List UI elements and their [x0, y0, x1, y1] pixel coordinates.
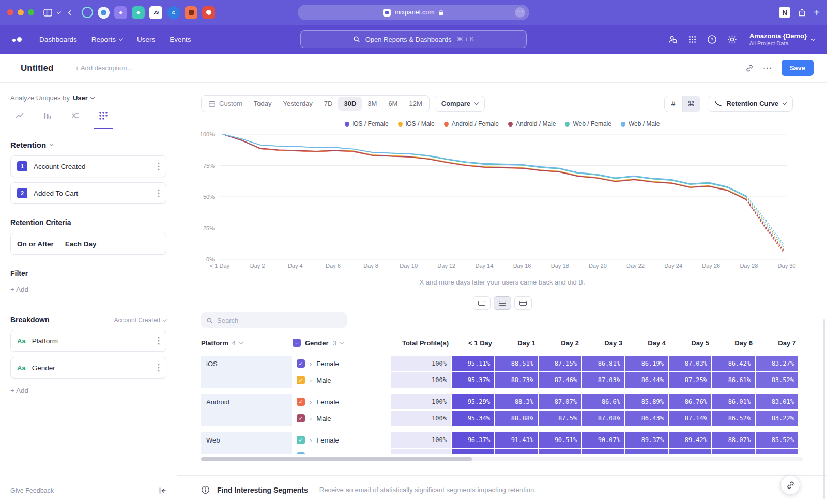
tab-funnels[interactable] — [38, 110, 57, 129]
chart-line-web-male[interactable] — [223, 134, 746, 196]
breakdown-card-platform[interactable]: Aa Platform — [10, 330, 166, 352]
range-button-12m[interactable]: 12M — [403, 97, 427, 111]
breakdown-scope-selector[interactable]: Account Created — [114, 317, 166, 324]
retention-value-cell[interactable]: 86.76% — [669, 394, 711, 410]
share-link-fab[interactable] — [780, 475, 800, 495]
retention-value-cell[interactable]: 83.27% — [756, 356, 798, 371]
breakdown-property-label[interactable]: Platform — [32, 337, 58, 345]
retention-value-cell[interactable]: 95.37% — [452, 372, 494, 388]
extension-icon[interactable]: ◆ — [132, 6, 145, 19]
extension-icon[interactable]: JS — [149, 6, 162, 19]
range-button-3m[interactable]: 3M — [362, 97, 382, 111]
chart-type-dropdown[interactable]: Retention Curve — [708, 96, 793, 112]
nav-item-events[interactable]: Events — [170, 36, 191, 43]
tab-retention[interactable] — [94, 110, 113, 129]
gender-cell[interactable]: ✓›Male — [293, 449, 391, 454]
retention-value-cell[interactable]: 86.6% — [582, 394, 624, 410]
retention-value-cell[interactable]: 90.21% — [582, 449, 624, 454]
retention-value-cell[interactable]: 87.07% — [539, 394, 581, 410]
apps-grid-icon[interactable] — [688, 35, 697, 44]
day-column-header[interactable]: Day 1 — [497, 339, 540, 347]
kebab-menu-icon[interactable] — [158, 337, 160, 345]
extension-icon[interactable]: c — [167, 6, 180, 19]
horizontal-scrollbar[interactable] — [201, 457, 803, 461]
total-profiles-cell[interactable]: 100% — [391, 372, 451, 388]
command-toggle[interactable]: ⌘ — [682, 96, 700, 112]
day-column-header[interactable]: Day 6 — [714, 339, 757, 347]
account-switcher[interactable]: Amazonia {Demo} All Project Data — [749, 32, 815, 46]
retention-value-cell[interactable]: 88.51% — [495, 356, 538, 371]
retention-value-cell[interactable]: 95.29% — [452, 394, 494, 410]
extension-icon[interactable] — [82, 7, 93, 18]
legend-item-web-male[interactable]: Web / Male — [621, 120, 660, 128]
retention-value-cell[interactable]: 87.03% — [669, 356, 711, 371]
scrollbar-thumb[interactable] — [201, 457, 472, 461]
range-button-custom[interactable]: Custom — [203, 97, 248, 111]
collapse-sidebar-icon[interactable] — [158, 486, 166, 495]
platform-cell[interactable]: Android — [201, 394, 292, 426]
help-icon[interactable]: ? — [707, 35, 717, 44]
select-all-checkbox[interactable]: – — [293, 339, 301, 347]
chart-plot-area[interactable] — [220, 133, 787, 261]
browser-sidebar-icon[interactable] — [43, 9, 52, 17]
retention-value-cell[interactable]: 89.45% — [625, 449, 668, 454]
minimize-window-button[interactable] — [18, 9, 24, 15]
analyze-uniques-row[interactable]: Analyze Uniques by User — [10, 94, 166, 102]
kebab-menu-icon[interactable] — [158, 364, 160, 372]
chart-line-ios-male[interactable] — [223, 134, 746, 199]
retention-value-cell[interactable]: 83.01% — [756, 394, 798, 410]
copy-link-icon[interactable] — [745, 64, 754, 72]
day-column-header[interactable]: Day 3 — [584, 339, 626, 347]
table-search-input[interactable]: Search — [201, 312, 347, 328]
gear-icon[interactable] — [727, 35, 737, 44]
row-checkbox[interactable]: ✓ — [297, 398, 305, 406]
add-filter-button[interactable]: + Add — [10, 286, 166, 304]
gender-cell[interactable]: ✓›Male — [293, 411, 391, 426]
retention-value-cell[interactable]: 83.22% — [756, 411, 798, 426]
step-event-label[interactable]: Added To Cart — [34, 190, 78, 197]
chart-line-web-female-projected[interactable] — [746, 197, 784, 247]
day-column-header[interactable]: < 1 Day — [454, 339, 496, 347]
back-button[interactable]: ‹ — [66, 7, 73, 18]
row-checkbox[interactable]: ✓ — [297, 436, 305, 444]
retention-value-cell[interactable]: 88.07% — [712, 432, 755, 448]
expand-chevron-icon[interactable]: › — [310, 436, 312, 444]
retention-criteria-card[interactable]: On or After Each Day — [10, 233, 166, 255]
url-options-button[interactable]: ⋯ — [515, 7, 525, 18]
retention-value-cell[interactable]: 86.01% — [712, 394, 755, 410]
nav-item-dashboards[interactable]: Dashboards — [39, 36, 77, 43]
legend-item-ios-male[interactable]: iOS / Male — [398, 120, 435, 128]
retention-value-cell[interactable]: 86.81% — [582, 356, 624, 371]
analyze-value[interactable]: User — [73, 94, 88, 102]
total-profiles-cell[interactable]: 100% — [391, 411, 451, 426]
find-segments-title[interactable]: Find Interesting Segments — [217, 486, 308, 494]
retention-value-cell[interactable]: 87.25% — [669, 372, 711, 388]
gender-cell[interactable]: ✓›Female — [293, 432, 391, 448]
extension-icon[interactable] — [202, 6, 215, 19]
legend-item-android-male[interactable]: Android / Male — [508, 120, 556, 128]
total-profiles-cell[interactable]: 100% — [391, 432, 451, 448]
row-checkbox[interactable]: ✓ — [297, 414, 305, 422]
range-button-yesterday[interactable]: Yesterday — [278, 97, 318, 111]
total-profiles-column-header[interactable]: Total Profile(s) — [392, 339, 453, 347]
gender-cell[interactable]: ✓›Male — [293, 372, 391, 388]
total-profiles-cell[interactable]: 100% — [391, 449, 451, 454]
retention-value-cell[interactable]: 86.19% — [625, 356, 668, 371]
gender-cell[interactable]: ✓›Female — [293, 394, 391, 410]
range-button-30d[interactable]: 30D — [338, 97, 362, 111]
mixpanel-logo[interactable] — [12, 37, 22, 42]
platform-cell[interactable]: Web — [201, 432, 292, 454]
chevron-down-icon[interactable] — [57, 9, 61, 13]
view-toggle-chart[interactable] — [473, 296, 491, 310]
step-event-label[interactable]: Account Created — [34, 163, 86, 170]
retention-value-cell[interactable]: 89.5% — [669, 449, 711, 454]
expand-chevron-icon[interactable]: › — [310, 376, 312, 384]
retention-value-cell[interactable]: 88.3% — [495, 394, 538, 410]
retention-value-cell[interactable]: 96.37% — [452, 432, 494, 448]
step-card-a[interactable]: 1 Account Created — [10, 155, 166, 177]
retention-value-cell[interactable]: 86.44% — [625, 372, 668, 388]
breakdown-property-label[interactable]: Gender — [32, 364, 55, 372]
zoom-window-button[interactable] — [28, 9, 34, 15]
give-feedback-link[interactable]: Give Feedback — [10, 487, 54, 494]
retention-value-cell[interactable]: 85.52% — [756, 432, 798, 448]
